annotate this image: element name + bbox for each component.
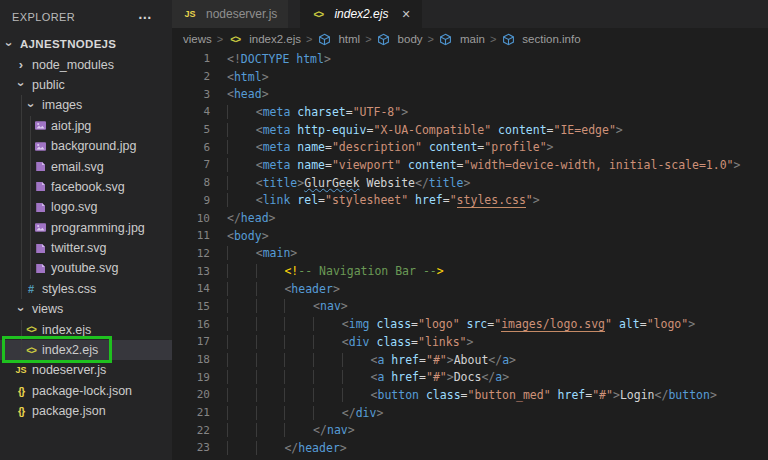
tree-item-label: twitter.svg	[51, 241, 107, 255]
tree-item-label: public	[32, 78, 65, 92]
code-line-2[interactable]: 2<html>	[172, 68, 768, 86]
svg-icon	[33, 241, 47, 255]
code-line-3[interactable]: 3<head>	[172, 85, 768, 103]
close-tab-icon[interactable]: ✕	[401, 8, 410, 21]
symbol-cube-icon	[317, 32, 331, 46]
code-line-1[interactable]: 1<!DOCTYPE html>	[172, 50, 768, 68]
breadcrumb-item-section-info[interactable]: section.info	[501, 32, 580, 46]
tree-item-public[interactable]: ›public	[0, 75, 172, 95]
breadcrumb: views><>index2.ejs>html>body>main>sectio…	[172, 28, 768, 50]
line-number: 20	[172, 388, 210, 401]
tree-item-ajnestnodejs[interactable]: ›AJNESTNODEJS	[0, 34, 172, 54]
tree-item-twitter-svg[interactable]: twitter.svg	[0, 238, 172, 258]
code-line-text: <meta http-equiv="X-UA-Compatible" conte…	[210, 123, 623, 137]
tree-item-images[interactable]: ›images	[0, 95, 172, 115]
code-line-text: </header>	[210, 441, 347, 455]
breadcrumb-label: html	[338, 33, 360, 45]
line-number: 12	[172, 247, 210, 260]
indent-guide	[256, 423, 285, 437]
tree-item-index-ejs[interactable]: <>index.ejs	[0, 319, 172, 339]
tree-item-label: youtube.svg	[51, 261, 118, 275]
tree-indent-guide	[21, 320, 22, 361]
breadcrumb-label: main	[460, 33, 485, 45]
tree-item-styles-css[interactable]: #styles.css	[0, 279, 172, 299]
line-number: 2	[172, 70, 210, 83]
line-number: 17	[172, 335, 210, 348]
code-line-10[interactable]: 10</head>	[172, 209, 768, 227]
tree-item-facebook-svg[interactable]: facebook.svg	[0, 177, 172, 197]
breadcrumb-item-index2-ejs[interactable]: <>index2.ejs	[228, 32, 301, 46]
code-line-19[interactable]: 19 <a href="#">Docs</a>	[172, 368, 768, 386]
chevron-down-icon: ›	[14, 78, 28, 92]
code-line-23[interactable]: 23 </header>	[172, 439, 768, 457]
indent-guide	[284, 335, 313, 349]
tab-nodeserver-js[interactable]: JSnodeserver.js	[172, 0, 288, 28]
explorer-header: EXPLORER ⋯	[0, 0, 172, 34]
tree-item-package-json[interactable]: {}package.json	[0, 401, 172, 421]
code-line-21[interactable]: 21 </div>	[172, 404, 768, 422]
code-line-5[interactable]: 5 <meta http-equiv="X-UA-Compatible" con…	[172, 121, 768, 139]
tab-index2-ejs[interactable]: <>index2.ejs✕	[300, 0, 421, 28]
code-line-22[interactable]: 22 </nav>	[172, 421, 768, 439]
code-line-8[interactable]: 8 <title>GlurGeek Website</title>	[172, 174, 768, 192]
code-line-7[interactable]: 7 <meta name="viewport" content="width=d…	[172, 156, 768, 174]
code-line-text: <a href="#">Docs</a>	[210, 370, 509, 384]
indent-guide	[227, 299, 256, 313]
svg-icon	[33, 200, 47, 214]
image-icon	[33, 119, 47, 133]
code-line-18[interactable]: 18 <a href="#">About</a>	[172, 351, 768, 369]
more-actions-icon[interactable]: ⋯	[138, 12, 152, 22]
indent-guide	[256, 388, 285, 402]
svg-icon	[33, 160, 47, 174]
line-number: 23	[172, 441, 210, 454]
code-line-9[interactable]: 9 <link rel="stylesheet" href="styles.cs…	[172, 192, 768, 210]
breadcrumb-item-views[interactable]: views	[183, 33, 212, 45]
code-line-6[interactable]: 6 <meta name="description" content="prof…	[172, 138, 768, 156]
code-line-11[interactable]: 11<body>	[172, 227, 768, 245]
tree-item-label: index2.ejs	[42, 343, 98, 357]
image-icon	[33, 221, 47, 235]
code-line-15[interactable]: 15 <nav>	[172, 298, 768, 316]
tree-item-email-svg[interactable]: email.svg	[0, 156, 172, 176]
code-line-text: </nav>	[210, 423, 355, 437]
line-number: 9	[172, 194, 210, 207]
line-number: 6	[172, 141, 210, 154]
chevron-down-icon: ›	[2, 37, 16, 51]
breadcrumb-item-main[interactable]: main	[439, 32, 485, 46]
tree-item-programming-jpg[interactable]: programming.jpg	[0, 218, 172, 238]
tree-item-index2-ejs[interactable]: <>index2.ejs	[0, 340, 172, 360]
indent-guide	[227, 388, 256, 402]
code-line-4[interactable]: 4 <meta charset="UTF-8">	[172, 103, 768, 121]
indent-guide	[227, 423, 256, 437]
breadcrumb-separator-icon: >	[306, 33, 312, 45]
code-line-20[interactable]: 20 <button class="button_med" href="#">L…	[172, 386, 768, 404]
tree-item-label: node_modules	[32, 58, 114, 72]
tree-item-package-lock-json[interactable]: {}package-lock.json	[0, 381, 172, 401]
code-line-14[interactable]: 14 <header>	[172, 280, 768, 298]
code-line-text: <meta name="viewport" content="width=dev…	[210, 158, 740, 172]
code-line-text: <body>	[210, 229, 269, 243]
code-line-16[interactable]: 16 <img class="logo" src="images/logo.sv…	[172, 315, 768, 333]
line-number: 22	[172, 424, 210, 437]
line-number: 16	[172, 318, 210, 331]
symbol-cube-icon	[377, 32, 391, 46]
code-line-text: <button class="button_med" href="#">Logi…	[210, 388, 717, 402]
tree-item-label: package.json	[32, 404, 106, 418]
tree-item-youtube-svg[interactable]: youtube.svg	[0, 258, 172, 278]
code-line-13[interactable]: 13 <!-- Navigation Bar -->	[172, 262, 768, 280]
tree-item-logo-svg[interactable]: logo.svg	[0, 197, 172, 217]
tree-item-views[interactable]: ›views	[0, 299, 172, 319]
indent-guide	[227, 282, 256, 296]
tree-item-nodeserver-js[interactable]: JSnodeserver.js	[0, 360, 172, 380]
code-editor[interactable]: 1<!DOCTYPE html>2<html>3<head>4 <meta ch…	[172, 50, 768, 457]
breadcrumb-item-body[interactable]: body	[377, 32, 423, 46]
line-number: 21	[172, 406, 210, 419]
tree-item-aiot-jpg[interactable]: aiot.jpg	[0, 116, 172, 136]
code-line-17[interactable]: 17 <div class="links">	[172, 333, 768, 351]
code-line-12[interactable]: 12 <main>	[172, 245, 768, 263]
breadcrumb-item-html[interactable]: html	[317, 32, 360, 46]
indent-guide	[227, 335, 256, 349]
tree-item-background-jpg[interactable]: background.jpg	[0, 136, 172, 156]
breadcrumb-label: index2.ejs	[249, 33, 301, 45]
tree-item-node-modules[interactable]: ›node_modules	[0, 54, 172, 74]
